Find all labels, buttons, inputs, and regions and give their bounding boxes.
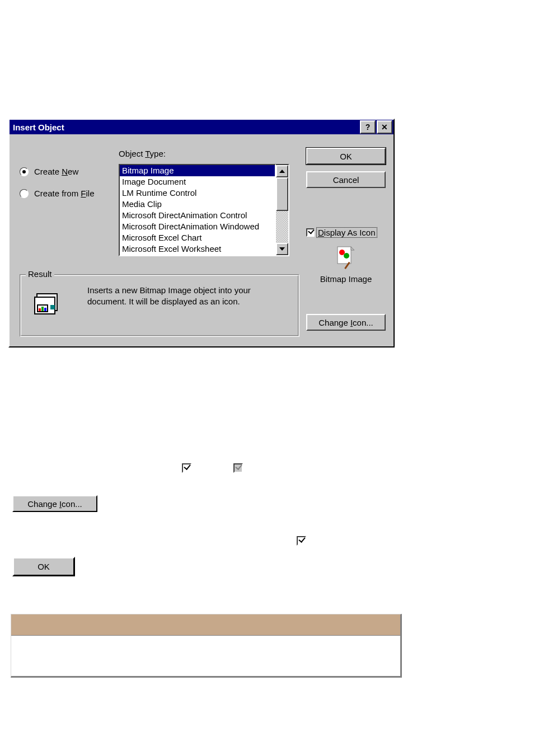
dialog-body: Create New Create from File Object Type:… bbox=[10, 134, 394, 346]
dialog-right-column: OK Cancel Display As Icon bbox=[306, 148, 386, 337]
svg-rect-5 bbox=[44, 308, 46, 311]
object-type-item[interactable]: LM Runtime Control bbox=[120, 187, 275, 199]
scroll-down-button[interactable] bbox=[276, 243, 288, 255]
radio-dot-icon bbox=[20, 189, 29, 198]
object-type-label: Object Type: bbox=[119, 149, 166, 158]
result-illustration-icon bbox=[32, 292, 63, 317]
object-type-item[interactable]: Microsoft DirectAnimation Control bbox=[120, 210, 275, 221]
checkbox-icon bbox=[182, 463, 191, 473]
create-mode-radios: Create New Create from File bbox=[20, 167, 95, 210]
insert-object-dialog: Insert Object ? ✕ Create New Create from… bbox=[8, 119, 395, 348]
bottom-panel-body bbox=[11, 636, 400, 676]
radio-create-from-file[interactable]: Create from File bbox=[20, 189, 95, 198]
scroll-track[interactable] bbox=[276, 177, 288, 243]
bottom-panel bbox=[11, 614, 402, 678]
standalone-ok-button[interactable]: OK bbox=[12, 557, 75, 576]
change-icon-button-label: Change Icon... bbox=[318, 318, 373, 327]
titlebar[interactable]: Insert Object ? ✕ bbox=[10, 120, 394, 134]
icon-preview: Bitmap Image bbox=[306, 246, 386, 284]
standalone-ok-label: OK bbox=[38, 562, 50, 571]
bitmap-image-icon bbox=[335, 246, 357, 269]
icon-preview-caption: Bitmap Image bbox=[306, 274, 386, 284]
scroll-thumb[interactable] bbox=[276, 177, 288, 211]
result-text: Inserts a new Bitmap Image object into y… bbox=[87, 285, 289, 307]
object-type-item[interactable]: Microsoft Excel Chart bbox=[120, 232, 275, 243]
help-button[interactable]: ? bbox=[360, 120, 376, 134]
object-type-list[interactable]: Bitmap ImageImage DocumentLM Runtime Con… bbox=[119, 164, 276, 256]
dialog-title: Insert Object bbox=[13, 123, 359, 132]
svg-point-9 bbox=[339, 250, 345, 255]
close-button[interactable]: ✕ bbox=[377, 120, 392, 134]
object-type-listbox[interactable]: Bitmap ImageImage DocumentLM Runtime Con… bbox=[119, 164, 289, 256]
bottom-panel-header bbox=[11, 614, 400, 636]
result-group-label: Result bbox=[26, 269, 54, 279]
svg-marker-8 bbox=[351, 247, 354, 250]
object-type-item[interactable]: Microsoft Excel Worksheet bbox=[120, 243, 275, 255]
radio-create-new-label: Create New bbox=[34, 167, 78, 176]
arrow-down-icon bbox=[279, 247, 285, 251]
object-type-item[interactable]: Microsoft DirectAnimation Windowed bbox=[120, 221, 275, 232]
ok-button-label: OK bbox=[340, 152, 352, 161]
standalone-checkbox-grayed[interactable] bbox=[233, 463, 243, 473]
svg-rect-4 bbox=[41, 307, 44, 311]
checkbox-icon bbox=[297, 536, 306, 546]
cancel-button-label: Cancel bbox=[333, 175, 359, 185]
result-groupbox: Result Inserts a new Bitmap Image object… bbox=[20, 274, 299, 337]
arrow-up-icon bbox=[279, 170, 285, 173]
display-as-icon-label: Display As Icon bbox=[316, 227, 377, 238]
standalone-change-icon-label: Change Icon... bbox=[27, 499, 82, 509]
radio-create-from-file-label: Create from File bbox=[34, 189, 95, 198]
standalone-checkbox-checked[interactable] bbox=[182, 463, 191, 473]
svg-rect-6 bbox=[50, 305, 55, 309]
object-type-item[interactable]: Media Clip bbox=[120, 199, 275, 210]
display-as-icon-checkbox[interactable]: Display As Icon bbox=[306, 227, 386, 238]
radio-create-new[interactable]: Create New bbox=[20, 167, 95, 176]
object-type-item[interactable]: Bitmap Image bbox=[120, 165, 275, 176]
checkbox-icon bbox=[233, 463, 243, 473]
listbox-scrollbar[interactable] bbox=[276, 164, 289, 256]
scroll-up-button[interactable] bbox=[276, 165, 288, 177]
ok-button[interactable]: OK bbox=[306, 148, 386, 165]
radio-dot-icon bbox=[20, 167, 29, 176]
standalone-checkbox-checked-2[interactable] bbox=[297, 536, 306, 546]
object-type-item[interactable]: Image Document bbox=[120, 176, 275, 187]
svg-rect-3 bbox=[39, 308, 41, 311]
svg-point-10 bbox=[344, 253, 349, 259]
checkbox-icon bbox=[306, 228, 315, 237]
standalone-change-icon-button[interactable]: Change Icon... bbox=[12, 495, 97, 512]
cancel-button[interactable]: Cancel bbox=[306, 171, 386, 188]
change-icon-button[interactable]: Change Icon... bbox=[306, 314, 386, 331]
